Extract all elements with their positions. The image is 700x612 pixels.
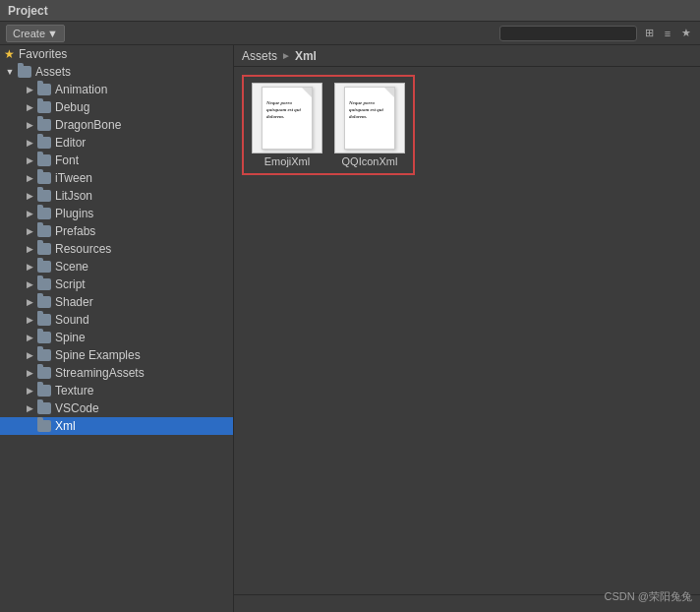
folder-icon: [37, 349, 51, 361]
folder-icon: [37, 296, 51, 308]
sidebar-item-plugins[interactable]: ▶Plugins: [0, 205, 233, 222]
sidebar-item-spine[interactable]: ▶Spine: [0, 329, 233, 346]
file-doc-icon: Neque porro quisquam est qui dolorem.: [344, 87, 395, 150]
sidebar-item-resources[interactable]: ▶Resources: [0, 240, 233, 258]
sidebar-item-label: Script: [55, 277, 86, 291]
favorite-icon[interactable]: ★: [678, 26, 694, 41]
arrow-icon: ▶: [24, 385, 35, 397]
sidebar-item-texture[interactable]: ▶Texture: [0, 382, 233, 399]
content-body: Neque porro quisquam est qui dolorem.Emo…: [234, 67, 700, 594]
favorites-label: Favorites: [19, 47, 67, 61]
content-wrapper: Assets ► Xml Neque porro quisquam est qu…: [234, 45, 700, 612]
sidebar-item-animation[interactable]: ▶Animation: [0, 81, 233, 98]
sidebar-item-label: StreamingAssets: [55, 366, 145, 380]
arrow-icon: ▶: [24, 208, 35, 219]
sidebar-item-label: LitJson: [55, 189, 92, 203]
sidebar-item-label: Debug: [55, 100, 89, 114]
title-bar: Project: [0, 0, 700, 22]
asset-name: EmojiXml: [264, 155, 310, 167]
folder-icon: [37, 101, 51, 113]
sidebar-item-label: Editor: [55, 136, 86, 150]
sidebar-item-editor[interactable]: ▶Editor: [0, 134, 233, 152]
sidebar-item-label: Shader: [55, 295, 93, 309]
toolbar-icons: ⊞ ≡ ★: [641, 26, 694, 41]
folder-icon: [37, 243, 51, 255]
sidebar-items: ▶Animation▶Debug▶DragonBone▶Editor▶Font▶…: [0, 81, 233, 435]
sidebar-item-spine-examples[interactable]: ▶Spine Examples: [0, 346, 233, 364]
folder-icon: [37, 261, 51, 273]
create-button[interactable]: Create ▼: [6, 25, 65, 42]
sidebar-assets-header[interactable]: ▼ Assets: [0, 63, 233, 81]
create-arrow: ▼: [47, 28, 58, 39]
arrow-icon: ▶: [24, 119, 35, 131]
sidebar-item-label: Plugins: [55, 207, 93, 220]
file-doc-icon: Neque porro quisquam est qui dolorem.: [262, 87, 313, 150]
title-bar-text: Project: [8, 4, 48, 18]
assets-label: Assets: [35, 65, 71, 79]
sidebar-item-sound[interactable]: ▶Sound: [0, 311, 233, 329]
sidebar: ★ Favorites ▼ Assets ▶Animation▶Debug▶Dr…: [0, 45, 234, 612]
breadcrumb-parent: Assets: [242, 49, 277, 63]
toolbar: Create ▼ ⊞ ≡ ★: [0, 22, 700, 45]
sidebar-item-streaming-assets[interactable]: ▶StreamingAssets: [0, 364, 233, 382]
folder-icon: [37, 119, 51, 131]
sidebar-item-vscode[interactable]: ▶VSCode: [0, 399, 233, 417]
sidebar-item-label: VSCode: [55, 401, 99, 415]
asset-thumbnail: Neque porro quisquam est qui dolorem.: [252, 83, 322, 153]
arrow-icon: ▶: [24, 314, 35, 326]
sidebar-item-itween[interactable]: ▶iTween: [0, 169, 233, 187]
file-doc-text: Neque porro quisquam est qui dolorem.: [345, 88, 394, 124]
sidebar-item-debug[interactable]: ▶Debug: [0, 98, 233, 116]
arrow-icon: ▶: [24, 137, 35, 149]
folder-icon: [37, 190, 51, 202]
arrow-icon: ▶: [24, 349, 35, 361]
arrow-icon: ▶: [24, 225, 35, 237]
arrow-icon: ▶: [24, 296, 35, 308]
folder-icon: [37, 137, 51, 149]
grid-view-icon[interactable]: ≡: [660, 26, 675, 41]
sidebar-item-label: Xml: [55, 419, 76, 433]
create-label: Create: [13, 28, 45, 39]
arrow-icon: ▶: [24, 243, 35, 255]
sidebar-item-label: Prefabs: [55, 224, 95, 238]
breadcrumb-current: Xml: [295, 49, 317, 63]
folder-icon: [37, 385, 51, 397]
breadcrumb-separator: ►: [281, 50, 291, 61]
arrow-icon: ▶: [24, 190, 35, 202]
folder-icon: [37, 278, 51, 290]
file-doc-text: Neque porro quisquam est qui dolorem.: [262, 88, 312, 124]
sidebar-item-font[interactable]: ▶Font: [0, 152, 233, 169]
search-input[interactable]: [499, 26, 637, 41]
folder-icon: [37, 314, 51, 326]
folder-icon: [37, 208, 51, 219]
arrow-icon: ▶: [24, 172, 35, 184]
arrow-icon: ▶: [24, 402, 35, 414]
sidebar-item-script[interactable]: ▶Script: [0, 275, 233, 293]
list-view-icon[interactable]: ⊞: [641, 26, 657, 41]
folder-icon: [37, 225, 51, 237]
folder-icon: [37, 367, 51, 379]
arrow-icon: ▶: [24, 367, 35, 379]
sidebar-item-shader[interactable]: ▶Shader: [0, 293, 233, 311]
arrow-icon: ▶: [24, 101, 35, 113]
sidebar-item-xml[interactable]: Xml: [0, 417, 233, 435]
sidebar-favorites-header[interactable]: ★ Favorites: [0, 45, 233, 63]
asset-item-emoji-xml[interactable]: Neque porro quisquam est qui dolorem.Emo…: [248, 81, 326, 169]
assets-arrow-icon: ▼: [4, 66, 16, 78]
sidebar-item-label: Animation: [55, 83, 107, 96]
folder-icon: [37, 154, 51, 166]
sidebar-item-litjson[interactable]: ▶LitJson: [0, 187, 233, 205]
sidebar-item-label: DragonBone: [55, 118, 121, 132]
asset-item-qqicon-xml[interactable]: Neque porro quisquam est qui dolorem.QQI…: [330, 81, 409, 169]
sidebar-item-label: Spine Examples: [55, 348, 141, 362]
sidebar-item-label: Scene: [55, 260, 88, 274]
content-header: Assets ► Xml: [234, 45, 700, 67]
folder-icon: [37, 332, 51, 343]
sidebar-item-dragonbone[interactable]: ▶DragonBone: [0, 116, 233, 134]
sidebar-item-label: Sound: [55, 313, 89, 327]
arrow-icon: ▶: [24, 332, 35, 343]
sidebar-item-scene[interactable]: ▶Scene: [0, 258, 233, 275]
asset-grid: Neque porro quisquam est qui dolorem.Emo…: [242, 75, 415, 175]
arrow-icon: ▶: [24, 278, 35, 290]
sidebar-item-prefabs[interactable]: ▶Prefabs: [0, 222, 233, 240]
